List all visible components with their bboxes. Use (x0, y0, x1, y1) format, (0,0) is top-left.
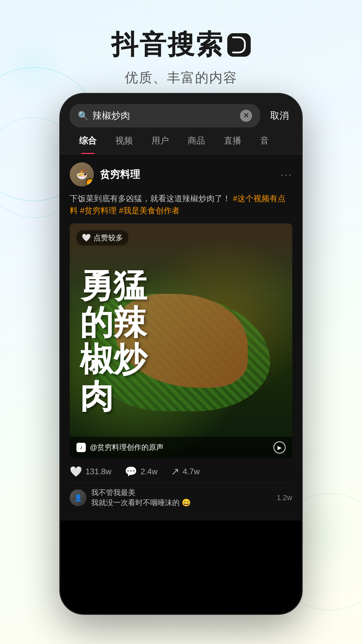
user-avatar: 🍜 ✓ (70, 162, 94, 186)
content-area: 🍜 ✓ 贫穷料理 ··· 下饭菜到底有多凶猛，就看这道辣椒炒肉了！ #这个视频有… (60, 154, 302, 521)
cancel-search-button[interactable]: 取消 (267, 109, 292, 122)
tab-label-商品: 商品 (188, 136, 205, 146)
heart-icon: 🤍 (70, 466, 82, 477)
video-big-text: 勇猛的辣椒炒肉 (80, 267, 147, 415)
user-name: 贫穷料理 (100, 168, 140, 181)
search-icon: 🔍 (78, 111, 88, 121)
tab-label-用户: 用户 (152, 136, 169, 146)
tab-商品[interactable]: 商品 (178, 127, 215, 154)
commenter-avatar: 👤 (70, 489, 86, 506)
tab-直播[interactable]: 直播 (215, 127, 251, 154)
likes-button[interactable]: 🤍 131.8w (70, 466, 111, 477)
comment-preview: 👤 我不管我最美 我就没一次看时不咽唾沫的 😄 1.2w (70, 483, 292, 513)
tab-视频[interactable]: 视频 (106, 127, 142, 154)
tab-label-音: 音 (260, 136, 269, 146)
app-subtitle: 优质、丰富的内容 (0, 68, 362, 87)
tab-label-视频: 视频 (115, 136, 133, 146)
comments-button[interactable]: 💬 2.4w (125, 466, 158, 477)
tab-label-综合: 综合 (79, 136, 97, 146)
phone-frame: 🔍 辣椒炒肉 ✕ 取消 综合 视频 用户 商品 (60, 94, 302, 614)
tab-音[interactable]: 音 (251, 127, 278, 154)
audio-text: @贫穷料理创作的原声 (90, 442, 269, 452)
video-thumbnail[interactable]: 🤍 点赞较多 勇猛的辣椒炒肉 ♪ @贫穷料理创作的原声 ▶ (70, 223, 292, 458)
comment-icon: 💬 (125, 466, 137, 477)
hashtag-3[interactable]: #我是美食创作者 (119, 206, 180, 215)
tiktok-small-icon: ♪ (76, 443, 86, 452)
verified-badge: ✓ (86, 178, 94, 186)
search-box[interactable]: 🔍 辣椒炒肉 ✕ (70, 104, 260, 127)
avatar-icon: 🍜 (76, 169, 88, 180)
play-button[interactable]: ▶ (274, 441, 286, 453)
post-user-card: 🍜 ✓ 贫穷料理 ··· (70, 162, 292, 186)
shares-count: 4.7w (183, 467, 200, 476)
tiktok-logo-icon (227, 33, 251, 57)
commenter-name: 我不管我最美 (91, 488, 191, 498)
clear-search-button[interactable]: ✕ (240, 110, 252, 122)
search-query: 辣椒炒肉 (93, 109, 236, 122)
app-title: 抖音搜索 (0, 27, 362, 63)
post-description: 下饭菜到底有多凶猛，就看这道辣椒炒肉了！ #这个视频有点料 #贫穷料理 #我是美… (70, 193, 292, 217)
share-button[interactable]: ↗ 4.7w (171, 466, 200, 477)
interaction-bar: 🤍 131.8w 💬 2.4w ↗ 4.7w (70, 458, 292, 483)
tab-用户[interactable]: 用户 (142, 127, 178, 154)
post-desc-text: 下饭菜到底有多凶猛，就看这道辣椒炒肉了！ (70, 194, 231, 203)
phone-screen: 🔍 辣椒炒肉 ✕ 取消 综合 视频 用户 商品 (60, 94, 302, 614)
phone-mockup: 🔍 辣椒炒肉 ✕ 取消 综合 视频 用户 商品 (60, 94, 302, 614)
share-icon: ↗ (171, 466, 179, 477)
video-text-overlay: 勇猛的辣椒炒肉 (70, 223, 292, 458)
more-options-button[interactable]: ··· (281, 169, 292, 180)
tab-综合[interactable]: 综合 (70, 127, 106, 154)
commenter-avatar-icon: 👤 (74, 494, 82, 502)
comments-count: 2.4w (140, 467, 158, 476)
header-section: 抖音搜索 优质、丰富的内容 (0, 0, 362, 100)
tabs-bar: 综合 视频 用户 商品 直播 音 (60, 127, 302, 154)
tab-label-直播: 直播 (224, 136, 241, 146)
comment-count: 1.2w (277, 493, 292, 502)
audio-bar: ♪ @贫穷料理创作的原声 ▶ (70, 437, 292, 458)
app-title-text: 抖音搜索 (111, 27, 224, 63)
likes-count: 131.8w (85, 467, 111, 476)
hashtag-2[interactable]: #贫穷料理 (80, 206, 117, 215)
comment-content: 我就没一次看时不咽唾沫的 😄 (91, 498, 191, 508)
